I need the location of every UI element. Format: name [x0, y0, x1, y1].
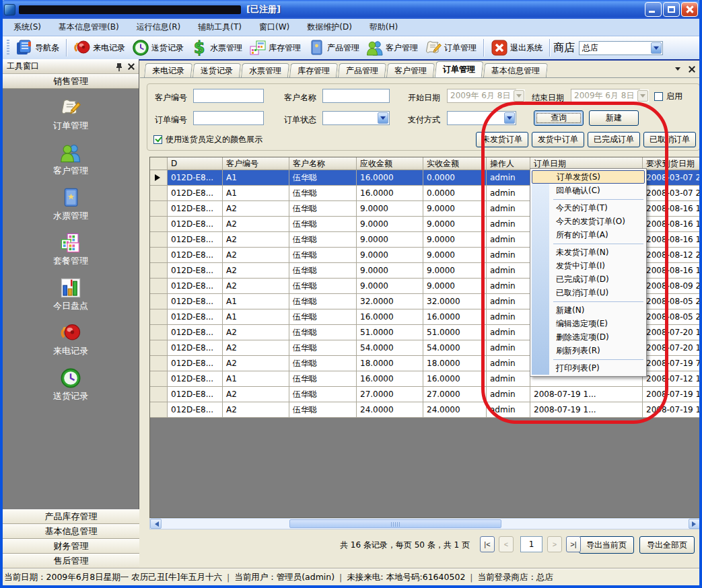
context-menu-item[interactable]: 已取消订单(U) — [532, 286, 645, 299]
tab-来电记录[interactable]: 来电记录 — [144, 63, 192, 77]
toolbar-button-inventory-grid[interactable]: 库存管理 — [246, 38, 304, 58]
delivery-color-checkbox[interactable]: 使用送货员定义的颜色展示 — [153, 134, 262, 145]
column-header[interactable]: 客户名称 — [289, 157, 357, 170]
table-cell: 012D-E8... — [168, 279, 223, 294]
column-header[interactable]: 操作人 — [487, 157, 530, 170]
export-current-page-button[interactable]: 导出当前页 — [579, 536, 634, 554]
scroll-right-arrow-icon[interactable] — [689, 519, 700, 529]
context-menu-item[interactable]: 订单发货(S) — [532, 170, 645, 184]
context-menu-item[interactable]: 今天的订单(T) — [532, 201, 645, 215]
menubar-item[interactable]: 系统(S) — [5, 20, 49, 35]
table-cell: 2008-08-16 1... — [643, 232, 701, 248]
table-row[interactable]: 012D-E8...A2伍华聪27.000027.0000admin2008-0… — [150, 387, 700, 402]
tab-水票管理[interactable]: 水票管理 — [241, 63, 289, 77]
new-button[interactable]: 新建 — [589, 110, 639, 126]
tab-产品管理[interactable]: 产品管理 — [338, 63, 386, 77]
pay-method-select[interactable] — [447, 111, 516, 125]
pager-button-first[interactable]: |< — [480, 536, 495, 552]
toolbar-button-order-scroll-pen[interactable]: 订单管理 — [421, 38, 480, 58]
maximize-button[interactable] — [663, 2, 680, 17]
enable-checkbox[interactable]: 启用 — [654, 91, 682, 102]
sidebar-item-customers-people[interactable]: 客户管理 — [53, 142, 88, 177]
table-row[interactable]: 012D-E8...A2伍华聪24.000024.0000admin2008-0… — [150, 402, 700, 418]
sidebar-item-order-scroll-pen[interactable]: 订单管理 — [53, 97, 88, 132]
menubar-item[interactable]: 运行信息(R) — [129, 20, 189, 35]
sidebar-section-sales[interactable]: 销售管理 — [3, 74, 139, 89]
tab-库存管理[interactable]: 库存管理 — [289, 63, 338, 77]
tab-订单管理[interactable]: 订单管理 — [435, 61, 484, 77]
tab-送货记录[interactable]: 送货记录 — [192, 63, 241, 77]
export-all-pages-button[interactable]: 导出全部页 — [639, 536, 695, 554]
toolbar-grip[interactable] — [7, 40, 9, 56]
toolbar-button-delivery-clock[interactable]: 送货记录 — [129, 38, 187, 58]
tab-基本信息管理[interactable]: 基本信息管理 — [483, 63, 548, 77]
sidebar-section-bar[interactable]: 售后管理 — [3, 554, 139, 568]
sidebar-item-delivery-clock[interactable]: 送货记录 — [53, 367, 88, 402]
sidebar-item-water-ticket-card[interactable]: 水票管理 — [53, 187, 88, 222]
table-horizontal-scrollbar[interactable] — [149, 518, 701, 529]
store-select[interactable]: 总店 — [579, 41, 663, 55]
context-menu-item[interactable]: 所有的订单(A) — [532, 228, 645, 242]
sidebar-section-bar[interactable]: 财务管理 — [3, 539, 139, 554]
context-menu-item[interactable]: 发货中订单(I) — [532, 259, 645, 272]
column-header[interactable]: 实收金额 — [423, 157, 487, 170]
pin-icon[interactable] — [116, 63, 122, 71]
tab-close-icon[interactable] — [689, 66, 695, 73]
tab-label: 库存管理 — [297, 65, 330, 77]
query-button[interactable]: 查询 — [534, 110, 584, 126]
sidebar-section-bar[interactable]: 产品库存管理 — [3, 509, 139, 524]
sidebar-item-incoming-call-bell[interactable]: 来电记录 — [53, 322, 88, 357]
context-menu-item[interactable]: 今天的发货订单(O) — [532, 215, 645, 228]
status-filter-button-4[interactable]: 已取消订单 — [643, 132, 696, 147]
context-menu-item[interactable]: 编辑选定项(E) — [532, 317, 645, 330]
end-date-picker[interactable]: 2009年 6月 8日 — [571, 89, 640, 103]
sidebar-item-today-stock-chart[interactable]: 今日盘点 — [53, 277, 88, 312]
context-menu-item[interactable]: 新建(N) — [532, 303, 645, 317]
order-status-select[interactable] — [322, 111, 390, 125]
context-menu-item[interactable]: 回单确认(C) — [532, 184, 645, 197]
tab-客户管理[interactable]: 客户管理 — [386, 63, 435, 77]
minimize-button[interactable] — [645, 2, 662, 17]
menubar-item[interactable]: 数据维护(D) — [299, 20, 360, 35]
context-menu-item[interactable]: 刷新列表(R) — [532, 344, 645, 357]
scroll-left-arrow-icon[interactable] — [150, 519, 162, 529]
context-menu-item[interactable]: 未发货订单(N) — [532, 246, 645, 259]
status-filter-button-3[interactable]: 已完成订单 — [588, 132, 640, 147]
customer-no-input[interactable] — [193, 89, 264, 103]
tab-list-dropdown-icon[interactable] — [675, 67, 680, 73]
sidebar-nav: 订单管理客户管理水票管理套餐管理今日盘点来电记录送货记录 — [3, 90, 139, 402]
page-number-input[interactable] — [520, 536, 542, 552]
toolbar-navigator-button[interactable]: 导航条 — [12, 38, 63, 58]
tool-window-close-icon[interactable] — [128, 63, 135, 70]
column-header[interactable]: 应收金额 — [357, 157, 423, 170]
context-menu-item[interactable]: 打印列表(P) — [532, 361, 645, 375]
sidebar-item-combo-package[interactable]: 套餐管理 — [53, 232, 88, 267]
status-filter-button-1[interactable]: 未发货订单 — [476, 132, 528, 147]
menubar-item[interactable]: 帮助(H) — [361, 20, 406, 35]
inventory-grid-icon — [249, 39, 267, 57]
toolbar-button-product-book[interactable]: 产品管理 — [304, 38, 363, 58]
context-menu-item[interactable]: 已完成订单(D) — [532, 272, 645, 286]
column-header[interactable]: D — [168, 157, 223, 170]
menubar-item[interactable]: 窗口(W) — [251, 20, 297, 35]
status-filter-button-2[interactable]: 发货中订单 — [532, 132, 584, 147]
start-date-picker[interactable]: 2009年 6月 8日 — [447, 89, 516, 103]
column-header[interactable]: 客户编号 — [223, 157, 289, 170]
sidebar-section-bar[interactable]: 基本信息管理 — [3, 524, 139, 539]
context-menu-item[interactable]: 删除选定项(D) — [532, 330, 645, 344]
pager-button-last[interactable]: >| — [566, 536, 581, 552]
toolbar-button-water-ticket-dollar[interactable]: $水票管理 — [187, 38, 246, 58]
toolbar-exit-button[interactable]: 退出系统 — [487, 38, 546, 58]
menubar-item[interactable]: 辅助工具(T) — [190, 20, 250, 35]
scrollbar-thumb[interactable] — [289, 519, 501, 528]
toolbar-button-incoming-call-bell[interactable]: 来电记录 — [70, 38, 129, 58]
toolbar-button-customers-people[interactable]: 客户管理 — [363, 38, 421, 58]
order-no-input[interactable] — [193, 111, 264, 125]
customer-name-input[interactable] — [322, 89, 390, 103]
table-cell: 伍华聪 — [289, 340, 357, 356]
row-header-cell — [150, 279, 168, 294]
menubar-item[interactable]: 基本信息管理(B) — [50, 20, 127, 35]
column-header[interactable]: 要求到货日期 — [643, 157, 701, 170]
close-button[interactable] — [681, 2, 698, 17]
table-cell: A1 — [223, 170, 289, 186]
